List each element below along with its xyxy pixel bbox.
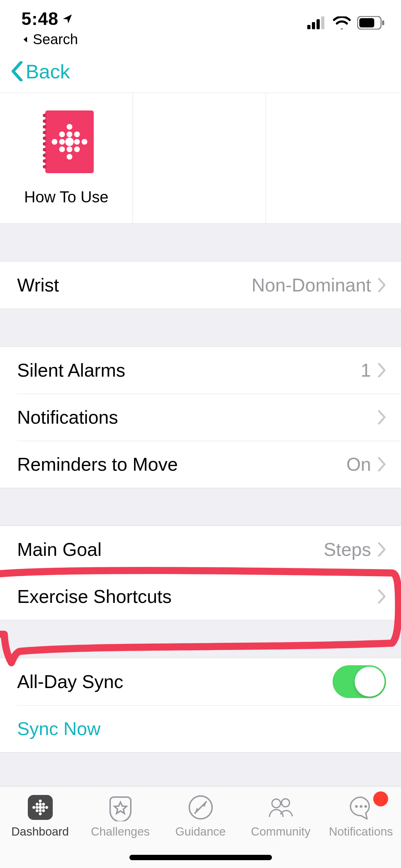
empty-tile-1 bbox=[133, 93, 266, 223]
svg-point-48 bbox=[272, 799, 280, 808]
cellular-signal-icon bbox=[307, 16, 327, 29]
sync-now-label: Sync Now bbox=[17, 718, 101, 739]
tab-guidance-label: Guidance bbox=[175, 825, 226, 838]
svg-point-20 bbox=[67, 131, 72, 137]
svg-point-26 bbox=[82, 139, 87, 145]
svg-point-10 bbox=[43, 125, 46, 129]
tab-challenges-label: Challenges bbox=[91, 825, 150, 838]
reminders-row[interactable]: Reminders to Move On bbox=[0, 441, 401, 488]
svg-point-17 bbox=[43, 165, 46, 169]
tab-notifications-label: Notifications bbox=[329, 825, 393, 838]
home-indicator[interactable] bbox=[129, 855, 272, 860]
svg-point-11 bbox=[43, 131, 46, 134]
svg-point-38 bbox=[38, 806, 42, 809]
exercise-shortcuts-row[interactable]: Exercise Shortcuts bbox=[0, 573, 401, 620]
status-time: 5:48 bbox=[21, 9, 73, 29]
challenges-icon bbox=[107, 794, 134, 821]
all-day-sync-row[interactable]: All-Day Sync bbox=[0, 658, 401, 705]
chevron-left-icon bbox=[10, 61, 24, 81]
svg-point-39 bbox=[42, 806, 45, 809]
svg-rect-1 bbox=[312, 22, 315, 29]
svg-rect-2 bbox=[317, 19, 320, 29]
svg-point-27 bbox=[59, 146, 65, 152]
svg-point-19 bbox=[59, 131, 65, 137]
goals-group: Main Goal Steps Exercise Shortcuts bbox=[0, 526, 401, 620]
silent-alarms-row[interactable]: Silent Alarms 1 bbox=[0, 347, 401, 394]
section-spacer bbox=[0, 309, 401, 346]
svg-point-52 bbox=[364, 805, 367, 808]
svg-point-30 bbox=[67, 154, 72, 160]
sync-group: All-Day Sync Sync Now bbox=[0, 658, 401, 753]
breadcrumb-label: Search bbox=[33, 31, 78, 47]
notifications-icon bbox=[347, 794, 375, 821]
wrist-group: Wrist Non-Dominant bbox=[0, 261, 401, 309]
reminders-value: On bbox=[346, 454, 371, 475]
clock-text: 5:48 bbox=[21, 9, 58, 29]
section-spacer bbox=[0, 620, 401, 658]
svg-point-34 bbox=[39, 803, 42, 806]
section-spacer bbox=[0, 753, 401, 767]
all-day-sync-toggle[interactable] bbox=[333, 665, 386, 698]
breadcrumb-back-to-search[interactable]: Search bbox=[21, 31, 383, 47]
status-bar: 5:48 Search bbox=[0, 0, 401, 50]
svg-rect-6 bbox=[382, 20, 384, 25]
svg-point-9 bbox=[43, 119, 46, 123]
svg-point-33 bbox=[36, 803, 38, 806]
tab-bar: Dashboard Challenges Guidance bbox=[0, 786, 401, 868]
dashboard-icon bbox=[26, 794, 54, 821]
svg-point-14 bbox=[43, 148, 46, 151]
svg-point-36 bbox=[32, 806, 35, 809]
chevron-right-icon bbox=[377, 542, 386, 557]
main-goal-row[interactable]: Main Goal Steps bbox=[0, 526, 401, 573]
silent-alarms-label: Silent Alarms bbox=[17, 360, 361, 381]
svg-rect-5 bbox=[359, 18, 374, 27]
svg-point-25 bbox=[74, 139, 80, 145]
section-spacer bbox=[0, 488, 401, 526]
tab-community-label: Community bbox=[251, 825, 310, 838]
svg-point-23 bbox=[59, 139, 65, 145]
svg-point-43 bbox=[42, 809, 45, 812]
chevron-right-icon bbox=[377, 457, 386, 471]
tab-dashboard[interactable]: Dashboard bbox=[0, 794, 80, 868]
svg-point-41 bbox=[36, 809, 38, 812]
section-spacer bbox=[0, 224, 401, 261]
reminders-label: Reminders to Move bbox=[17, 454, 346, 475]
battery-icon bbox=[357, 16, 385, 30]
svg-point-49 bbox=[281, 799, 289, 807]
svg-point-40 bbox=[45, 806, 48, 809]
alarms-group: Silent Alarms 1 Notifications Reminders … bbox=[0, 346, 401, 488]
svg-point-42 bbox=[39, 809, 42, 812]
svg-point-29 bbox=[74, 146, 80, 152]
location-arrow-icon bbox=[62, 14, 73, 24]
main-goal-label: Main Goal bbox=[17, 539, 324, 560]
sync-now-row[interactable]: Sync Now bbox=[0, 705, 401, 752]
svg-point-18 bbox=[67, 124, 72, 130]
chevron-right-icon bbox=[377, 278, 386, 292]
notifications-row[interactable]: Notifications bbox=[0, 394, 401, 441]
svg-point-37 bbox=[36, 806, 38, 809]
svg-point-44 bbox=[39, 812, 42, 815]
wrist-label: Wrist bbox=[17, 274, 252, 296]
svg-point-8 bbox=[43, 114, 46, 117]
svg-point-16 bbox=[43, 159, 46, 163]
notification-badge bbox=[373, 791, 388, 806]
svg-point-15 bbox=[43, 154, 46, 157]
svg-point-51 bbox=[360, 805, 362, 808]
wrist-row[interactable]: Wrist Non-Dominant bbox=[0, 262, 401, 309]
exercise-shortcuts-label: Exercise Shortcuts bbox=[17, 586, 377, 607]
svg-point-13 bbox=[43, 142, 46, 146]
svg-point-28 bbox=[67, 146, 72, 152]
back-label: Back bbox=[26, 60, 70, 83]
tab-notifications[interactable]: Notifications bbox=[321, 794, 401, 868]
back-button[interactable]: Back bbox=[10, 60, 70, 83]
svg-rect-3 bbox=[321, 16, 324, 29]
silent-alarms-value: 1 bbox=[361, 360, 371, 381]
svg-point-22 bbox=[52, 139, 57, 145]
svg-point-24 bbox=[65, 138, 74, 146]
guidance-icon bbox=[187, 794, 215, 821]
svg-point-32 bbox=[39, 800, 42, 802]
triangle-left-icon bbox=[21, 35, 30, 44]
how-to-use-tile[interactable]: How To Use bbox=[0, 93, 133, 223]
how-to-use-label: How To Use bbox=[24, 188, 108, 206]
svg-point-21 bbox=[74, 131, 80, 137]
